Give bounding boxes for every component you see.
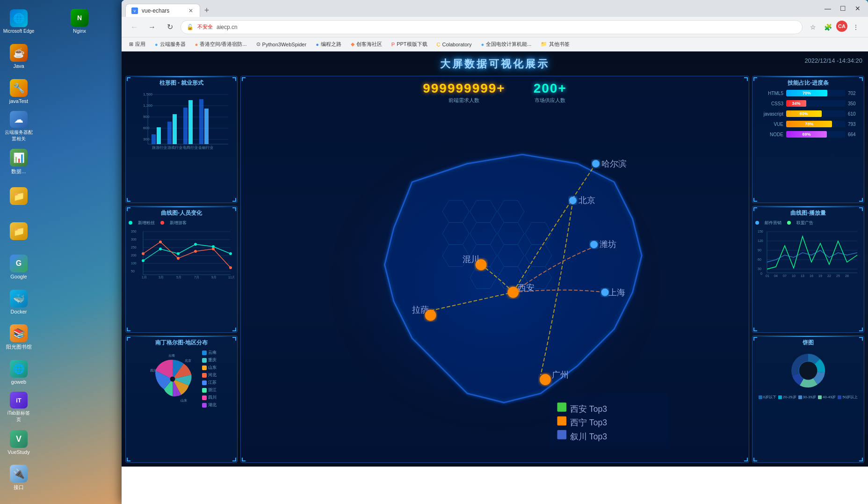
legend-email-dot — [755, 221, 759, 225]
line-chart1-title: 曲线图-人员变化 — [129, 209, 234, 217]
svg-point-40 — [177, 252, 180, 255]
icon-goweb[interactable]: 🌐 goweb — [0, 355, 37, 390]
svg-point-56 — [170, 376, 175, 381]
star-icon[interactable]: ☆ — [806, 21, 819, 34]
tab-label: vue-echars — [142, 7, 169, 14]
icon-jie[interactable]: 🔌 接口 — [0, 460, 37, 495]
bookmark-computer[interactable]: ● 全国电饺计算机能... — [477, 39, 535, 50]
desktop: 🌐 Microsoft Edge ☕ Java 🔧 javaTest ☁ 云端服… — [0, 0, 868, 504]
icon-edge-label: Microsoft Edge — [3, 29, 35, 34]
svg-text:350: 350 — [131, 230, 137, 233]
browser-window: v vue-echars ✕ + — ☐ ✕ ← → ↻ 🔓 不安全 aiecp… — [122, 0, 868, 504]
github-icon: ⊙ — [256, 41, 260, 47]
menu-icon[interactable]: ⋮ — [849, 21, 862, 34]
svg-point-49 — [229, 266, 232, 269]
skill-html5-bar-bg: 70% — [786, 90, 845, 96]
pie-chart-panel: 饼图 — [752, 336, 864, 463]
icon-javatest[interactable]: 🔧 javaTest — [0, 74, 37, 109]
new-tab-button[interactable]: + — [200, 4, 213, 17]
bookmark-other[interactable]: 📁 其他书签 — [537, 39, 573, 50]
icon-docker[interactable]: 🐳 Docker — [0, 285, 37, 320]
legend-alliance-label: 联盟广告 — [796, 220, 813, 226]
bookmark-hk-label: 香港空间/香港宿防... — [200, 41, 246, 48]
svg-text:西安: 西安 — [518, 283, 535, 292]
svg-text:1月: 1月 — [142, 276, 147, 279]
back-button[interactable]: ← — [127, 20, 141, 34]
progress-css3: CSS3 34% 350 — [755, 100, 861, 107]
svg-text:300: 300 — [143, 137, 150, 141]
biancheng-icon: ● — [316, 42, 319, 47]
svg-point-76 — [540, 374, 551, 385]
svg-text:25: 25 — [836, 274, 840, 278]
svg-rect-13 — [157, 127, 161, 144]
bookmark-apps-label: 应用 — [135, 41, 145, 48]
svg-point-72 — [601, 289, 609, 296]
browser-tab-vue-echars[interactable]: v vue-echars ✕ — [125, 4, 200, 17]
icon-cloud-label: 云端服务器配置相关 — [5, 129, 33, 142]
icon-google[interactable]: G Google — [0, 249, 37, 285]
bookmark-colab[interactable]: C Colaboratory — [433, 39, 476, 50]
icon-edge[interactable]: 🌐 Microsoft Edge — [0, 4, 37, 39]
minimize-button[interactable]: — — [821, 2, 834, 15]
forward-button[interactable]: → — [145, 20, 159, 34]
icon-data[interactable]: 📊 数据... — [0, 144, 37, 179]
svg-rect-83 — [557, 430, 566, 439]
progress-js: javascript 60% 610 — [755, 110, 861, 117]
svg-text:50: 50 — [131, 270, 135, 273]
bookmark-ppt[interactable]: P PPT模版下载 — [388, 39, 431, 50]
profile-icon[interactable]: CA — [836, 21, 847, 32]
icon-cloud[interactable]: ☁ 云端服务器配置相关 — [0, 109, 37, 144]
icon-itab-label: iTab新标签页 — [7, 410, 30, 423]
icon-nginx-label: Nginx — [73, 28, 86, 34]
icon-folder1[interactable]: 📁 — [0, 179, 37, 214]
center-stats: 999999999+ 前端需求人数 200+ 市场供应人数 — [423, 81, 567, 104]
bookmark-apps[interactable]: ⊞ 应用 — [125, 39, 149, 50]
browser-toolbar: ← → ↻ 🔓 不安全 aiecp.cn ☆ 🧩 CA ⋮ — [122, 17, 868, 37]
legend-alliance-dot — [787, 221, 791, 225]
svg-text:电商行业: 电商行业 — [183, 146, 198, 150]
legend-youke-label: 新增游客 — [170, 220, 187, 226]
rose-chart-svg: 云南 北京 四川 山东 — [147, 353, 198, 405]
javatest-icon: 🔧 — [10, 79, 28, 97]
svg-text:3月: 3月 — [159, 276, 164, 279]
page-content: 大屏数据可视化展示 2022/12/14 -14:34:20 柱形图 - 就业形… — [122, 51, 868, 467]
address-bar[interactable]: 🔓 不安全 aiecp.cn — [181, 20, 803, 34]
icon-java[interactable]: ☕ Java — [0, 39, 37, 74]
icon-itab[interactable]: iT iTab新标签页 — [0, 390, 37, 425]
line-chart2-svg: 150 120 90 60 30 0 — [755, 227, 861, 278]
icon-vue[interactable]: V VueStudy — [0, 425, 37, 460]
extensions-icon[interactable]: 🧩 — [821, 21, 834, 34]
svg-text:150: 150 — [758, 230, 763, 233]
bookmark-cloud-label: 云端服务器 — [160, 41, 186, 48]
close-button[interactable]: ✕ — [851, 2, 864, 15]
cloud-bm-icon: ● — [155, 42, 158, 47]
tab-close-button[interactable]: ✕ — [188, 7, 194, 14]
skill-js-bar: 60% — [786, 110, 822, 117]
icon-book-label: 阳光图书馆 — [6, 343, 32, 351]
svg-rect-16 — [183, 108, 188, 144]
bookmark-github[interactable]: ⊙ Python3WebSpider — [253, 39, 311, 50]
bookmark-hk[interactable]: ● 香港空间/香港宿防... — [191, 39, 251, 50]
maximize-button[interactable]: ☐ — [836, 2, 849, 15]
stat-demand: 999999999+ 前端需求人数 — [423, 81, 506, 104]
progress-vue: VUE 78% 793 — [755, 121, 861, 127]
svg-rect-19 — [204, 109, 209, 144]
folder2-icon: 📁 — [10, 222, 28, 240]
icon-book[interactable]: 📚 阳光图书馆 — [0, 320, 37, 355]
bookmark-cloud[interactable]: ● 云端服务器 — [151, 39, 189, 50]
goweb-icon: 🌐 — [10, 360, 28, 378]
bookmark-biancheng[interactable]: ● 编程之路 — [312, 39, 345, 50]
svg-text:西宁 Top3: 西宁 Top3 — [570, 418, 607, 427]
bookmark-chuangke[interactable]: ◆ 创客海社区 — [347, 39, 386, 50]
refresh-button[interactable]: ↻ — [163, 20, 177, 34]
svg-point-39 — [159, 248, 162, 250]
icon-nginx[interactable]: N Nginx — [61, 4, 98, 39]
svg-point-47 — [194, 250, 197, 253]
svg-text:200: 200 — [131, 254, 137, 257]
security-lock-icon: 🔓 — [187, 24, 194, 30]
svg-point-62 — [592, 160, 600, 168]
icon-folder2[interactable]: 📁 — [0, 214, 37, 249]
svg-rect-14 — [167, 122, 172, 144]
svg-text:混川: 混川 — [463, 255, 479, 264]
svg-text:游戏行业: 游戏行业 — [167, 146, 182, 150]
